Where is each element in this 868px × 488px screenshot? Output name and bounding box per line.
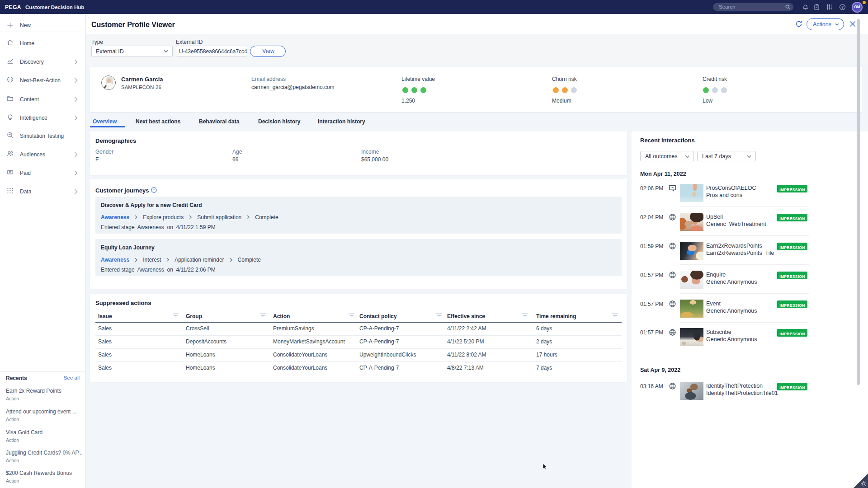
svg-text:?: ? — [841, 5, 844, 9]
svg-text:1:1: 1:1 — [8, 78, 12, 81]
svg-text:?: ? — [153, 188, 155, 192]
